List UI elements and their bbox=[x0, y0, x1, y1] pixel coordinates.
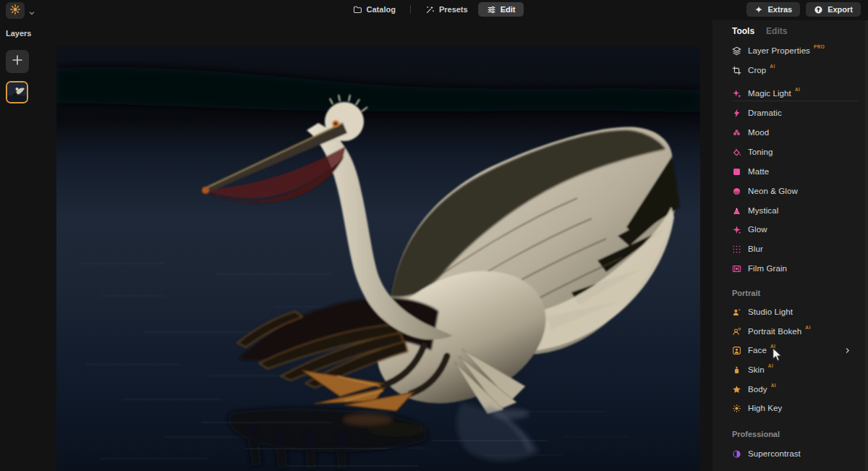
tab-presets[interactable]: Presets bbox=[417, 2, 477, 17]
panel-scrollbar[interactable] bbox=[865, 20, 868, 471]
tab-label: Presets bbox=[439, 5, 468, 14]
mountain-icon bbox=[732, 206, 741, 216]
tool-supercontrast[interactable]: Supercontrast bbox=[732, 444, 856, 463]
tab-label: Edit bbox=[501, 5, 516, 14]
tab-label: Catalog bbox=[367, 5, 396, 14]
tool-toning[interactable]: Toning bbox=[732, 143, 856, 161]
sparkle-icon bbox=[754, 5, 764, 14]
pro-badge: PRO bbox=[814, 44, 825, 49]
tool-glow[interactable]: Glow bbox=[732, 220, 856, 239]
tool-neon-glow[interactable]: Neon & Glow bbox=[732, 182, 856, 200]
tool-label: Dramatic bbox=[748, 109, 782, 117]
crop-icon bbox=[732, 66, 741, 75]
section-professional: Professional bbox=[732, 430, 780, 438]
tool-label: Body bbox=[748, 385, 767, 394]
tool-partial-cutoff[interactable] bbox=[732, 463, 856, 471]
mouse-cursor bbox=[771, 347, 784, 365]
wand-icon bbox=[425, 5, 435, 14]
tool-label: Blur bbox=[748, 245, 763, 253]
section-portrait: Portrait bbox=[732, 289, 760, 297]
tab-divider bbox=[410, 5, 411, 14]
ai-badge: AI bbox=[771, 383, 776, 388]
tool-label: Portrait Bokeh bbox=[748, 327, 801, 336]
ai-badge: AI bbox=[770, 64, 775, 69]
tab-tools[interactable]: Tools bbox=[732, 26, 754, 36]
tab-edits[interactable]: Edits bbox=[766, 26, 787, 36]
top-actions: Extras Export bbox=[746, 2, 861, 17]
person-light-icon bbox=[732, 307, 741, 317]
tool-label: Crop bbox=[748, 66, 766, 75]
tab-edit[interactable]: Edit bbox=[478, 2, 524, 17]
layer-thumbnail-selected[interactable] bbox=[6, 81, 28, 103]
tool-label: Mood bbox=[748, 128, 769, 137]
film-icon bbox=[732, 264, 741, 273]
export-button[interactable]: Export bbox=[806, 2, 861, 17]
square-icon bbox=[732, 167, 741, 177]
tool-body[interactable]: Body AI bbox=[732, 380, 856, 399]
app-window: Catalog Presets Edit Extras bbox=[0, 0, 868, 471]
tool-matte[interactable]: Matte bbox=[732, 162, 856, 181]
circle-icon bbox=[732, 187, 741, 196]
tool-mystical[interactable]: Mystical bbox=[732, 201, 856, 220]
bolt-icon bbox=[732, 109, 741, 118]
layer-thumbnail-image bbox=[7, 82, 27, 102]
tool-face[interactable]: Face AI bbox=[732, 341, 856, 360]
tool-studio-light[interactable]: Studio Light bbox=[732, 302, 856, 321]
extras-label: Extras bbox=[768, 5, 793, 14]
sliders-icon bbox=[487, 5, 496, 14]
dot-grid-icon bbox=[732, 245, 741, 254]
tool-label: Layer Properties bbox=[748, 46, 810, 55]
pelican-photo bbox=[56, 46, 700, 471]
tool-crop[interactable]: Crop AI bbox=[732, 61, 856, 80]
flower-icon bbox=[732, 128, 741, 137]
export-label: Export bbox=[827, 5, 853, 14]
chevron-right-icon bbox=[844, 347, 851, 354]
tool-label: Magic Light bbox=[748, 89, 791, 98]
layers-icon bbox=[732, 46, 741, 56]
add-layer-button[interactable] bbox=[6, 50, 29, 73]
tool-label: Toning bbox=[748, 148, 773, 156]
tool-label: Skin bbox=[748, 365, 765, 374]
tool-film-grain[interactable]: Film Grain bbox=[732, 259, 856, 278]
export-circle-icon bbox=[814, 5, 823, 14]
paint-bucket-icon bbox=[732, 148, 741, 157]
tool-label: Glow bbox=[748, 225, 767, 234]
partial-circle-icon bbox=[732, 468, 741, 471]
tools-panel: Tools Edits Layer Properties PRO Crop AI… bbox=[712, 20, 868, 471]
magic-light-icon bbox=[732, 89, 741, 98]
tool-magic-light[interactable]: Magic Light AI bbox=[732, 84, 856, 103]
layers-panel-title: Layers bbox=[6, 29, 31, 38]
face-photo-icon bbox=[732, 346, 741, 355]
tool-label: Film Grain bbox=[748, 264, 787, 273]
person-bokeh-icon bbox=[732, 327, 741, 336]
sun-icon bbox=[732, 404, 741, 413]
tool-label: Neon & Glow bbox=[748, 187, 798, 195]
plus-icon bbox=[11, 54, 24, 69]
tool-label: Face bbox=[748, 346, 767, 355]
tool-blur[interactable]: Blur bbox=[732, 239, 856, 258]
folder-icon bbox=[353, 5, 362, 14]
glow-star-icon bbox=[732, 225, 741, 234]
tab-catalog[interactable]: Catalog bbox=[344, 2, 404, 17]
mode-tabs: Catalog Presets Edit bbox=[0, 2, 868, 17]
panel-tabs: Tools Edits bbox=[732, 26, 787, 36]
tool-portrait-bokeh[interactable]: Portrait Bokeh AI bbox=[732, 322, 856, 341]
tool-label: Matte bbox=[748, 167, 769, 176]
half-circle-icon bbox=[732, 449, 741, 459]
tool-dramatic[interactable]: Dramatic bbox=[732, 103, 856, 122]
tool-label: Mystical bbox=[748, 206, 778, 215]
top-bar: Catalog Presets Edit Extras bbox=[0, 0, 868, 20]
ai-badge: AI bbox=[795, 87, 800, 92]
bottle-icon bbox=[732, 365, 741, 375]
tool-label: High Key bbox=[748, 404, 782, 412]
photo-canvas[interactable] bbox=[56, 46, 700, 471]
tool-high-key[interactable]: High Key bbox=[732, 399, 856, 417]
tool-label: Supercontrast bbox=[748, 449, 801, 458]
tool-skin[interactable]: Skin AI bbox=[732, 360, 856, 379]
extras-button[interactable]: Extras bbox=[746, 2, 801, 17]
star-person-icon bbox=[732, 385, 741, 394]
tool-layer-properties[interactable]: Layer Properties PRO bbox=[732, 41, 856, 60]
tool-label: Studio Light bbox=[748, 307, 793, 316]
tool-mood[interactable]: Mood bbox=[732, 123, 856, 142]
ai-badge: AI bbox=[805, 325, 810, 330]
